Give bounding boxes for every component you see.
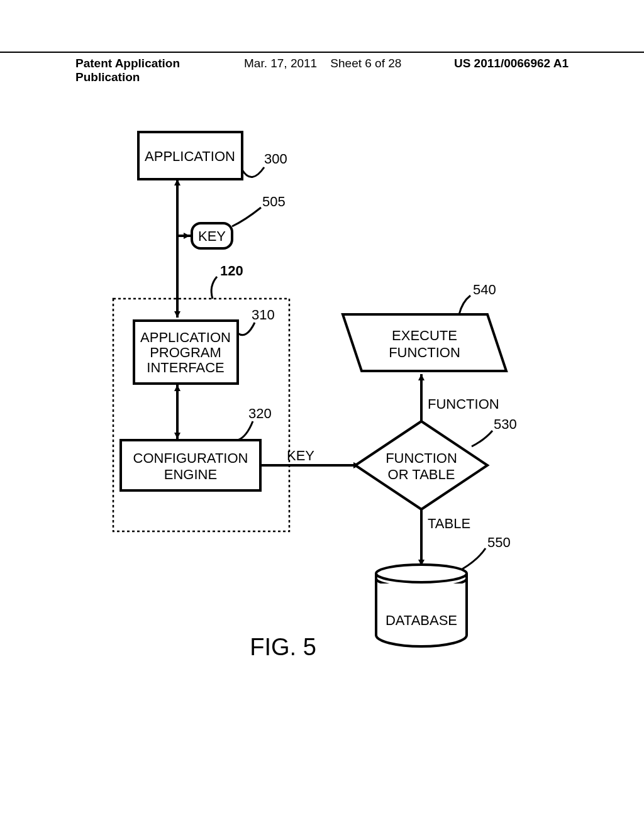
figure-caption: FIG. 5 bbox=[250, 634, 316, 660]
leader-505 bbox=[232, 208, 261, 226]
leader-310 bbox=[238, 323, 255, 335]
application-box: APPLICATION bbox=[138, 132, 242, 179]
leader-120 bbox=[211, 277, 217, 299]
key-box: KEY bbox=[177, 223, 232, 248]
header-date: Mar. 17, 2011 bbox=[244, 57, 317, 70]
decision-line2: OR TABLE bbox=[388, 467, 455, 482]
page-header: Patent Application Publication Mar. 17, … bbox=[0, 52, 644, 84]
leader-300 bbox=[242, 167, 264, 177]
figure-diagram: APPLICATION 300 KEY 505 120 APPLICATION … bbox=[75, 126, 569, 692]
ref-505: 505 bbox=[262, 194, 286, 209]
decision-line1: FUNCTION bbox=[386, 450, 457, 466]
key-label: KEY bbox=[198, 228, 226, 244]
leader-550 bbox=[462, 548, 486, 569]
leader-320 bbox=[238, 421, 253, 440]
svg-point-9 bbox=[376, 565, 467, 582]
decision-diamond: FUNCTION OR TABLE bbox=[355, 421, 487, 509]
edge-key-label: KEY bbox=[287, 448, 314, 463]
api-line1: APPLICATION bbox=[140, 329, 231, 345]
execute-line2: FUNCTION bbox=[389, 345, 460, 360]
ref-550: 550 bbox=[487, 534, 511, 550]
leader-540 bbox=[459, 296, 470, 314]
api-line2: PROGRAM bbox=[150, 345, 221, 360]
database-cylinder: DATABASE bbox=[376, 565, 467, 646]
api-line3: INTERFACE bbox=[147, 360, 224, 375]
api-box: APPLICATION PROGRAM INTERFACE bbox=[134, 321, 238, 384]
leader-530 bbox=[472, 431, 492, 446]
application-label: APPLICATION bbox=[145, 148, 235, 164]
header-sheet: Sheet 6 of 28 bbox=[330, 57, 401, 70]
edge-table-label: TABLE bbox=[428, 516, 470, 531]
edge-function-label: FUNCTION bbox=[428, 396, 499, 412]
config-box: CONFIGURATION ENGINE bbox=[121, 440, 260, 490]
header-pubno: US 2011/0066962 A1 bbox=[406, 57, 569, 84]
database-label: DATABASE bbox=[386, 612, 457, 628]
execute-parallelogram: EXECUTE FUNCTION bbox=[343, 314, 506, 371]
config-line1: CONFIGURATION bbox=[133, 450, 248, 466]
ref-300: 300 bbox=[264, 151, 287, 167]
ref-540: 540 bbox=[473, 282, 496, 297]
execute-line1: EXECUTE bbox=[392, 328, 457, 343]
ref-530: 530 bbox=[494, 416, 517, 432]
header-publication: Patent Application Publication bbox=[75, 57, 238, 84]
ref-120: 120 bbox=[220, 263, 243, 279]
config-line2: ENGINE bbox=[164, 467, 217, 482]
ref-310: 310 bbox=[252, 307, 275, 323]
ref-320: 320 bbox=[248, 406, 272, 421]
